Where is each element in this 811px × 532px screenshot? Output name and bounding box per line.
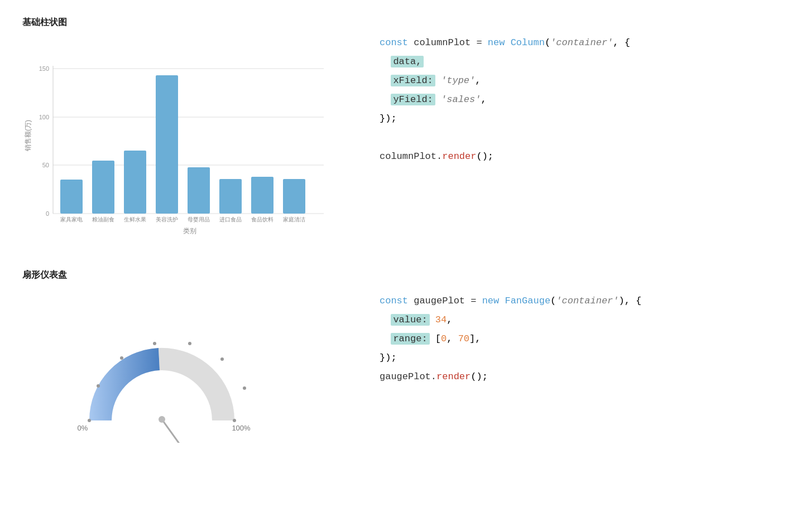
- svg-point-36: [159, 416, 165, 423]
- svg-line-35: [162, 419, 199, 443]
- svg-rect-16: [156, 75, 178, 214]
- gauge-code-line5: gaugePlot.render();: [380, 371, 488, 382]
- svg-text:家庭清洁: 家庭清洁: [283, 216, 305, 223]
- svg-point-33: [243, 386, 246, 390]
- bar-chart-title: 基础柱状图: [22, 17, 346, 28]
- svg-rect-12: [92, 161, 114, 214]
- svg-text:0%: 0%: [78, 424, 88, 432]
- bar-code-line2: data,: [380, 56, 424, 67]
- svg-text:50: 50: [42, 162, 49, 168]
- bar-chart-area: 基础柱状图 销售额(万) 0 50 100: [22, 17, 346, 236]
- svg-text:美容洗护: 美容洗护: [156, 216, 178, 223]
- svg-rect-14: [124, 151, 146, 214]
- svg-text:食品饮料: 食品饮料: [251, 216, 273, 223]
- svg-point-31: [188, 342, 191, 345]
- gauge-code-line1: const gaugePlot = new FanGauge('containe…: [380, 296, 641, 306]
- gauge-wrapper: 0% 100%: [45, 298, 279, 454]
- bar-code-line3: xField: 'type',: [380, 75, 481, 86]
- bar-code-line6: [380, 132, 385, 143]
- svg-point-32: [220, 357, 224, 361]
- svg-point-34: [233, 419, 236, 422]
- svg-text:0: 0: [46, 210, 49, 217]
- bar-code-line5: });: [380, 113, 397, 124]
- svg-text:100%: 100%: [232, 424, 251, 432]
- svg-text:类别: 类别: [183, 227, 196, 235]
- gauge-chart-section: 扇形仪表盘: [22, 269, 789, 454]
- svg-point-28: [97, 384, 100, 388]
- svg-text:家具家电: 家具家电: [60, 216, 83, 223]
- gauge-code-line4: });: [380, 352, 397, 363]
- svg-text:100: 100: [39, 114, 49, 120]
- gauge-svg: 0% 100%: [45, 298, 279, 443]
- svg-text:进口食品: 进口食品: [219, 216, 242, 223]
- gauge-chart-area: 扇形仪表盘: [22, 269, 346, 454]
- bar-code-line1: const columnPlot = new Column('container…: [380, 37, 630, 48]
- bar-chart-wrapper: 销售额(万) 0 50 100 150: [22, 35, 335, 236]
- svg-text:粮油副食: 粮油副食: [92, 216, 114, 223]
- svg-text:母婴用品: 母婴用品: [188, 216, 210, 223]
- svg-text:销售额(万): 销售额(万): [24, 120, 32, 152]
- svg-point-27: [88, 419, 91, 422]
- svg-text:150: 150: [39, 65, 49, 72]
- bar-code-area: const columnPlot = new Column('container…: [346, 17, 789, 202]
- gauge-code-line2: value: 34,: [380, 314, 452, 326]
- gauge-code-area: const gaugePlot = new FanGauge('containe…: [346, 269, 789, 428]
- bar-code-line4: yField: 'sales',: [380, 94, 487, 105]
- bar-chart-svg: 销售额(万) 0 50 100 150: [22, 35, 335, 236]
- svg-point-29: [120, 356, 123, 360]
- svg-rect-24: [283, 179, 305, 214]
- svg-text:生鲜水果: 生鲜水果: [124, 216, 146, 223]
- svg-rect-10: [60, 180, 83, 214]
- bar-code-line7: columnPlot.render();: [380, 151, 493, 162]
- svg-rect-18: [188, 167, 210, 214]
- svg-rect-22: [251, 177, 273, 214]
- gauge-code-line3: range: [0, 70],: [380, 333, 481, 345]
- svg-point-30: [153, 342, 156, 345]
- svg-rect-20: [219, 179, 242, 214]
- bar-chart-section: 基础柱状图 销售额(万) 0 50 100: [22, 17, 789, 236]
- gauge-chart-title: 扇形仪表盘: [22, 269, 346, 281]
